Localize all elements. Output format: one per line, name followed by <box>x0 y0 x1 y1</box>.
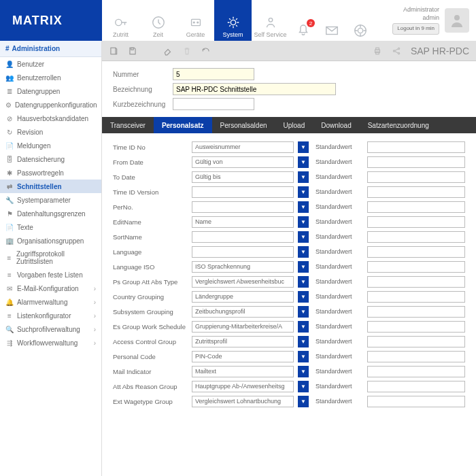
row-select[interactable]: Vergleichswert Lohnartbuchung <box>192 396 294 407</box>
row-select[interactable]: Gültig von <box>192 156 294 168</box>
row-select[interactable]: Gültig bis <box>192 171 294 183</box>
sidebar-item-13[interactable]: 🏢Organisationsgruppen <box>0 234 101 248</box>
sidebar-item-14[interactable]: ≡Zugriffsprotokoll Zutrittslisten <box>0 248 101 268</box>
dropdown-icon[interactable]: ▼ <box>298 156 309 168</box>
row-select[interactable]: ISO Sprachkennung <box>192 261 294 273</box>
std-input[interactable] <box>367 396 465 407</box>
new-icon[interactable] <box>109 46 118 56</box>
row-select[interactable] <box>192 186 294 198</box>
dropdown-icon[interactable]: ▼ <box>298 231 309 243</box>
dropdown-icon[interactable]: ▼ <box>298 246 309 258</box>
sidebar-item-16[interactable]: ✉E-Mail-Konfiguration› <box>0 282 101 295</box>
std-input[interactable] <box>367 381 465 392</box>
kurz-input[interactable] <box>173 98 254 110</box>
dropdown-icon[interactable]: ▼ <box>298 276 309 288</box>
sidebar-item-19[interactable]: 🔍Suchprofilverwaltung› <box>0 322 101 336</box>
tab-personalsatz[interactable]: Personalsatz <box>154 117 212 133</box>
row-select[interactable]: Zutrittsprofil <box>192 336 294 347</box>
dropdown-icon[interactable]: ▼ <box>298 201 309 213</box>
std-input[interactable] <box>367 351 465 362</box>
save-icon[interactable] <box>128 46 137 56</box>
tab-download[interactable]: Download <box>313 117 359 133</box>
std-input[interactable] <box>367 171 465 183</box>
nav-help[interactable] <box>346 0 375 41</box>
row-select[interactable]: Mailtext <box>192 366 294 377</box>
row-select[interactable]: Ländergruppe <box>192 291 294 303</box>
std-input[interactable] <box>367 291 465 303</box>
std-input[interactable] <box>367 321 465 333</box>
sidebar-item-6[interactable]: 📄Meldungen <box>0 139 101 152</box>
sidebar-item-4[interactable]: ⊘Hausverbotskandidaten <box>0 112 101 125</box>
share-icon[interactable] <box>392 46 401 56</box>
bezeichnung-input[interactable] <box>173 83 336 95</box>
tab-transceiver[interactable]: Transceiver <box>102 117 154 133</box>
sidebar-item-1[interactable]: 👥Benutzerrollen <box>0 71 101 84</box>
row-select[interactable] <box>192 246 294 258</box>
sidebar-item-15[interactable]: ≡Vorgaben feste Listen <box>0 268 101 282</box>
std-input[interactable] <box>367 201 465 213</box>
dropdown-icon[interactable]: ▼ <box>298 396 309 407</box>
std-input[interactable] <box>367 261 465 273</box>
dropdown-icon[interactable]: ▼ <box>298 141 309 153</box>
erase-icon[interactable] <box>163 46 173 56</box>
avatar[interactable] <box>445 8 469 33</box>
std-input[interactable] <box>367 306 465 318</box>
dropdown-icon[interactable]: ▼ <box>298 291 309 303</box>
row-select[interactable]: PIN-Code <box>192 351 294 362</box>
dropdown-icon[interactable]: ▼ <box>298 381 309 392</box>
sidebar-item-8[interactable]: ✱Passwortregeln <box>0 166 101 180</box>
row-select[interactable]: Gruppierung-Mitarbeiterkreise/A <box>192 321 294 333</box>
sidebar-item-10[interactable]: 🔧Systemparameter <box>0 193 101 207</box>
sidebar-item-18[interactable]: ≡Listenkonfigurator› <box>0 309 101 322</box>
dropdown-icon[interactable]: ▼ <box>298 261 309 273</box>
row-select[interactable]: Zeitbuchungsprofil <box>192 306 294 318</box>
dropdown-icon[interactable]: ▼ <box>298 216 309 228</box>
std-input[interactable] <box>367 141 465 153</box>
print-icon[interactable] <box>373 46 382 56</box>
tab-satzartenzuordnung[interactable]: Satzartenzuordnung <box>360 117 437 133</box>
nav-selfservice[interactable]: Self Service <box>252 0 289 41</box>
dropdown-icon[interactable]: ▼ <box>298 351 309 362</box>
dropdown-icon[interactable]: ▼ <box>298 366 309 377</box>
dropdown-icon[interactable]: ▼ <box>298 336 309 347</box>
sidebar-item-2[interactable]: ≣Datengruppen <box>0 84 101 98</box>
sidebar-item-17[interactable]: 🔔Alarmverwaltung› <box>0 295 101 309</box>
sidebar-item-12[interactable]: 📄Texte <box>0 220 101 234</box>
dropdown-icon[interactable]: ▼ <box>298 186 309 198</box>
nummer-input[interactable] <box>173 68 254 80</box>
nav-notifications[interactable] <box>289 0 318 41</box>
row-select[interactable] <box>192 201 294 213</box>
std-input[interactable] <box>367 336 465 347</box>
std-input[interactable] <box>367 231 465 243</box>
dropdown-icon[interactable]: ▼ <box>298 321 309 333</box>
sidebar-item-11[interactable]: ⚑Datenhaltungsgrenzen <box>0 207 101 220</box>
std-input[interactable] <box>367 156 465 168</box>
nav-system[interactable]: System <box>214 0 252 41</box>
std-input[interactable] <box>367 276 465 288</box>
undo-icon[interactable] <box>201 46 211 56</box>
nav-zeit[interactable]: Zeit <box>139 0 177 41</box>
row-select[interactable]: Hauptgruppe Ab-/Anwesenheitsg <box>192 381 294 392</box>
logout-button[interactable]: Logout in 9 min <box>392 23 439 34</box>
std-input[interactable] <box>367 216 465 228</box>
delete-icon[interactable] <box>182 46 192 56</box>
tab-personalsalden[interactable]: Personalsalden <box>212 117 275 133</box>
row-select[interactable]: Name <box>192 216 294 228</box>
sidebar-item-0[interactable]: 👤Benutzer <box>0 57 101 71</box>
nav-geraete[interactable]: Geräte <box>177 0 214 41</box>
sidebar-item-7[interactable]: 🗄Datensicherung <box>0 152 101 166</box>
dropdown-icon[interactable]: ▼ <box>298 306 309 318</box>
row-select[interactable]: Vergleichswert Abwesenheitsbuc <box>192 276 294 288</box>
sidebar-item-3[interactable]: ⚙Datengruppenkonfiguration <box>0 98 101 112</box>
std-input[interactable] <box>367 246 465 258</box>
std-input[interactable] <box>367 366 465 377</box>
sidebar-item-20[interactable]: ⇶Workflowverwaltung› <box>0 336 101 350</box>
dropdown-icon[interactable]: ▼ <box>298 171 309 183</box>
nav-zutritt[interactable]: Zutritt <box>102 0 139 41</box>
tab-upload[interactable]: Upload <box>275 117 313 133</box>
sidebar-header[interactable]: # Administration <box>0 41 101 57</box>
sidebar-item-9[interactable]: ⇄Schnittstellen <box>0 180 101 193</box>
row-select[interactable]: Ausweisnummer <box>192 141 294 153</box>
sidebar-item-5[interactable]: ↻Revision <box>0 125 101 139</box>
nav-messages[interactable] <box>318 0 346 41</box>
